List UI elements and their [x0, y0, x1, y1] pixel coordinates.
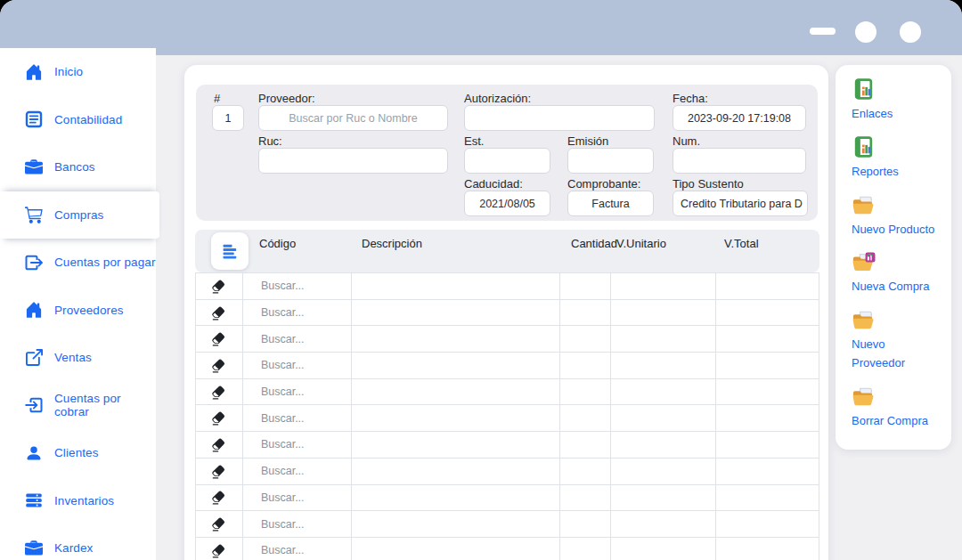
vtotal-cell[interactable]: [716, 379, 819, 406]
vunitario-cell[interactable]: [611, 538, 716, 560]
vtotal-cell[interactable]: [716, 405, 819, 432]
codigo-search-input[interactable]: [243, 326, 351, 352]
autorizacion-input[interactable]: [464, 105, 655, 131]
quick-action-nuevo-proveedor[interactable]: Nuevo Proveedor: [852, 309, 939, 373]
comprobante-select[interactable]: Factura: [567, 191, 654, 216]
descripcion-cell[interactable]: [352, 485, 561, 512]
sidebar-item-inicio[interactable]: Inicio: [0, 48, 156, 96]
row-eraser-button[interactable]: [196, 459, 243, 485]
cantidad-cell[interactable]: [560, 353, 611, 379]
cantidad-cell[interactable]: [560, 379, 611, 406]
codigo-search-input[interactable]: [243, 300, 351, 326]
vunitario-cell[interactable]: [611, 273, 716, 300]
vtotal-cell[interactable]: [716, 273, 819, 300]
vtotal-cell[interactable]: [716, 326, 819, 353]
sidebar-item-ventas[interactable]: Ventas: [0, 334, 156, 382]
quick-action-reportes[interactable]: Reportes: [852, 136, 939, 182]
cantidad-cell[interactable]: [560, 405, 611, 432]
descripcion-cell[interactable]: [352, 326, 561, 353]
codigo-search-input[interactable]: [243, 459, 351, 484]
row-eraser-button[interactable]: [196, 538, 243, 560]
autorizacion-label: Autorización:: [464, 92, 531, 105]
cantidad-cell[interactable]: [560, 273, 611, 300]
row-eraser-button[interactable]: [196, 273, 243, 300]
vunitario-cell[interactable]: [611, 326, 716, 353]
vunitario-cell[interactable]: [611, 405, 716, 432]
descripcion-cell[interactable]: [352, 538, 561, 560]
vtotal-cell[interactable]: [716, 459, 819, 485]
codigo-search-input[interactable]: [243, 405, 351, 431]
cantidad-cell[interactable]: [560, 485, 611, 512]
emision-input[interactable]: [567, 148, 654, 174]
sidebar-item-compras[interactable]: Compras: [0, 191, 159, 239]
sidebar-item-contabilidad[interactable]: Contabilidad: [0, 96, 156, 144]
vtotal-cell[interactable]: [716, 538, 819, 560]
sidebar-item-clientes[interactable]: Clientes: [0, 429, 156, 477]
vunitario-cell[interactable]: [611, 353, 716, 379]
vunitario-cell[interactable]: [611, 300, 716, 327]
fecha-field[interactable]: 2023-09-20 17:19:08: [673, 105, 806, 131]
row-eraser-button[interactable]: [196, 353, 243, 379]
vtotal-cell[interactable]: [716, 485, 819, 512]
sidebar-item-label: Inventarios: [54, 494, 114, 507]
vtotal-cell[interactable]: [716, 300, 819, 327]
row-eraser-button[interactable]: [196, 379, 243, 406]
descripcion-cell[interactable]: [352, 379, 561, 406]
codigo-search-input[interactable]: [243, 485, 351, 511]
cantidad-cell[interactable]: [560, 511, 611, 538]
descripcion-cell[interactable]: [352, 300, 561, 327]
num-input[interactable]: [673, 148, 806, 174]
descripcion-cell[interactable]: [352, 459, 561, 485]
cantidad-cell[interactable]: [560, 459, 611, 485]
ruc-input[interactable]: [258, 148, 448, 174]
sidebar-item-cuentas-por-pagar[interactable]: Cuentas por pagar: [0, 239, 156, 287]
codigo-search-input[interactable]: [243, 379, 351, 405]
vunitario-cell[interactable]: [611, 432, 716, 459]
vtotal-cell[interactable]: [716, 353, 819, 379]
cantidad-cell[interactable]: [560, 300, 611, 327]
descripcion-cell[interactable]: [352, 405, 561, 432]
minimize-dash-icon[interactable]: [810, 28, 836, 35]
codigo-search-input[interactable]: [243, 353, 351, 378]
sidebar-item-kardex[interactable]: Kardex: [0, 524, 156, 560]
sidebar-item-bancos[interactable]: Bancos: [0, 143, 156, 191]
vunitario-cell[interactable]: [611, 485, 716, 512]
row-eraser-button[interactable]: [196, 485, 243, 512]
sidebar-item-cuentas-por-cobrar[interactable]: Cuentas por cobrar: [0, 382, 156, 430]
row-eraser-button[interactable]: [196, 300, 243, 327]
quick-action-borrar-compra[interactable]: Borrar Compra: [852, 386, 939, 431]
align-left-bars-button[interactable]: [211, 232, 249, 270]
caducidad-field[interactable]: 2021/08/05: [464, 191, 550, 216]
cantidad-cell[interactable]: [560, 326, 611, 353]
sidebar-item-inventarios[interactable]: Inventarios: [0, 477, 156, 525]
vtotal-cell[interactable]: [716, 511, 819, 538]
codigo-search-input[interactable]: [243, 273, 351, 299]
cantidad-cell[interactable]: [560, 538, 611, 560]
vunitario-cell[interactable]: [611, 511, 716, 538]
row-eraser-button[interactable]: [196, 326, 243, 353]
codigo-search-input[interactable]: [243, 511, 351, 537]
window-circle-button-1[interactable]: [855, 21, 876, 43]
row-eraser-button[interactable]: [196, 432, 243, 459]
sidebar-item-proveedores[interactable]: Proveedores: [0, 287, 156, 335]
descripcion-cell[interactable]: [352, 273, 561, 300]
quick-action-nueva-compra[interactable]: Nueva Compra: [852, 251, 939, 296]
codigo-search-input[interactable]: [243, 538, 351, 560]
quick-action-enlaces[interactable]: Enlaces: [852, 78, 939, 124]
descripcion-cell[interactable]: [352, 511, 561, 538]
tipo-sustento-select[interactable]: Credito Tributario para D: [673, 191, 808, 216]
descripcion-cell[interactable]: [352, 353, 561, 379]
row-eraser-button[interactable]: [196, 511, 243, 538]
row-eraser-button[interactable]: [196, 405, 243, 432]
cantidad-cell[interactable]: [560, 432, 611, 459]
proveedor-input[interactable]: [258, 105, 448, 131]
codigo-search-input[interactable]: [243, 432, 351, 458]
vunitario-cell[interactable]: [611, 379, 716, 406]
vunitario-cell[interactable]: [611, 459, 716, 485]
quick-action-nuevo-producto[interactable]: Nuevo Producto: [852, 194, 939, 239]
window-circle-button-2[interactable]: [900, 21, 921, 43]
est-input[interactable]: [464, 148, 550, 174]
descripcion-cell[interactable]: [352, 432, 561, 459]
vtotal-cell[interactable]: [716, 432, 819, 459]
numero-field[interactable]: 1: [212, 105, 244, 131]
